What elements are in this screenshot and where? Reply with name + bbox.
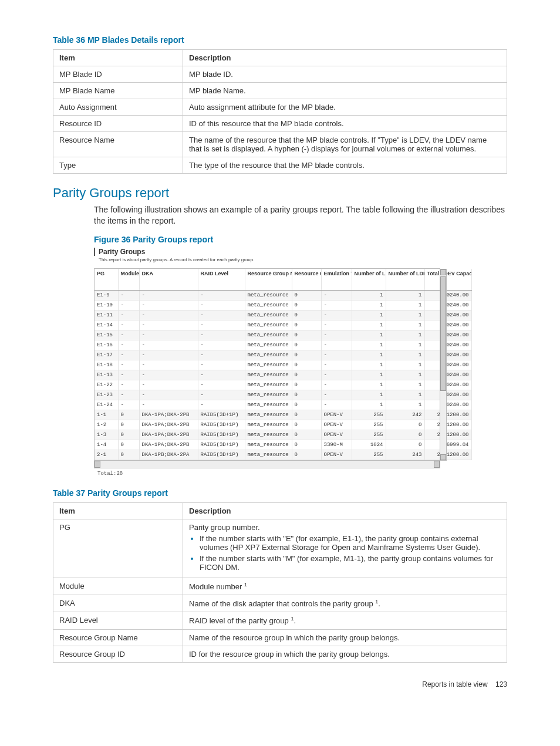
column-header: Description: [183, 502, 507, 519]
grid-row[interactable]: E1-18---meta_resource0-1110240.00: [95, 360, 471, 370]
grid-row[interactable]: E1-10---meta_resource0-1110240.00: [95, 300, 471, 310]
grid-column-header[interactable]: PG: [95, 269, 118, 291]
grid-row[interactable]: 1-40DKA-1PA;DKA-2PBRAID5(3D+1P)meta_reso…: [95, 440, 471, 450]
table36: ItemDescription MP Blade IDMP blade ID.M…: [53, 49, 507, 174]
table-row: TypeThe type of the resource that the MP…: [53, 157, 507, 174]
grid-row[interactable]: 1-10DKA-1PA;DKA-2PBRAID5(3D+1P)meta_reso…: [95, 410, 471, 420]
grid-column-header[interactable]: Module: [118, 269, 139, 291]
report-title: Parity Groups: [94, 248, 440, 256]
table-row: Resource Group NameName of the resource …: [53, 629, 507, 646]
vertical-scrollbar[interactable]: [440, 269, 447, 461]
table-row: Resource Group IDID for the resource gro…: [53, 646, 507, 662]
column-header: Item: [53, 502, 183, 519]
table-row: Resource IDID of this resource that the …: [53, 116, 507, 132]
grid-row[interactable]: E1-23---meta_resource0-1110240.00: [95, 390, 471, 400]
table-row: Resource NameThe name of the resource th…: [53, 132, 507, 157]
grid-column-header[interactable]: Number of LDEVs(Unallocated): [386, 269, 424, 291]
parity-groups-report: Parity Groups This report is about parit…: [94, 248, 440, 477]
table-row: MP Blade NameMP blade Name.: [53, 83, 507, 99]
section-heading: Parity Groups report: [53, 185, 507, 201]
grid-row[interactable]: E1-17---meta_resource0-1110240.00: [95, 350, 471, 360]
grid-row[interactable]: 1-20DKA-1PA;DKA-2PBRAID5(3D+1P)meta_reso…: [95, 420, 471, 430]
table-row: DKAName of the disk adapter that control…: [53, 595, 507, 612]
page-number: 123: [495, 680, 507, 688]
scroll-up-icon[interactable]: [440, 269, 446, 275]
grid-column-header[interactable]: Resource Group ID: [292, 269, 321, 291]
scroll-right-icon[interactable]: [434, 461, 440, 468]
horizontal-scrollbar[interactable]: [95, 460, 440, 468]
column-header: Item: [53, 50, 183, 66]
table37-title: Table 37 Parity Groups report: [53, 488, 507, 498]
grid-column-header[interactable]: RAID Level: [198, 269, 245, 291]
grid-column-header[interactable]: DKA: [139, 269, 198, 291]
grid-row[interactable]: E1-13---meta_resource0-1110240.00: [95, 370, 471, 380]
table-row: RAID LevelRAID level of the parity group…: [53, 612, 507, 629]
grid-row[interactable]: E1-16---meta_resource0-1110240.00: [95, 340, 471, 350]
grid-row[interactable]: E1-9---meta_resource0-1110240.00: [95, 290, 471, 300]
report-grid: PGModuleDKARAID LevelResource Group Name…: [95, 269, 472, 460]
table-row: ModuleModule number 1: [53, 578, 507, 595]
scroll-left-icon[interactable]: [95, 461, 100, 468]
table-row: PGParity group number.If the number star…: [53, 519, 507, 578]
grid-column-header[interactable]: Total LDEV Capacity(MB): [424, 269, 471, 291]
section-body: The following illustration shows an exam…: [94, 204, 507, 227]
grid-row[interactable]: E1-22---meta_resource0-1110240.00: [95, 380, 471, 390]
grid-column-header[interactable]: Emulation Type: [321, 269, 352, 291]
figure-caption: Figure 36 Parity Groups report: [94, 235, 507, 244]
table-row: MP Blade IDMP blade ID.: [53, 66, 507, 83]
grid-row[interactable]: E1-24---meta_resource0-1110240.00: [95, 400, 471, 410]
scroll-down-icon[interactable]: [440, 454, 446, 460]
grid-row[interactable]: E1-11---meta_resource0-1110240.00: [95, 310, 471, 320]
footer-label: Reports in table view: [422, 680, 487, 688]
table37: ItemDescription PGParity group number.If…: [53, 502, 507, 663]
grid-column-header[interactable]: Resource Group Name: [245, 269, 292, 291]
table-row: Auto AssignmentAuto assignment attribute…: [53, 99, 507, 116]
column-header: Description: [183, 50, 507, 66]
grid-row[interactable]: 1-30DKA-1PA;DKA-2PBRAID5(3D+1P)meta_reso…: [95, 430, 471, 440]
table36-title: Table 36 MP Blades Details report: [53, 35, 507, 45]
grid-row[interactable]: 2-10DKA-1PB;DKA-2PARAID5(3D+1P)meta_reso…: [95, 450, 471, 460]
report-subtitle: This report is about parity groups. A re…: [94, 257, 440, 262]
grid-row[interactable]: E1-14---meta_resource0-1110240.00: [95, 320, 471, 330]
grid-row[interactable]: E1-15---meta_resource0-1110240.00: [95, 330, 471, 340]
report-total: Total:28: [94, 468, 440, 477]
scroll-thumb[interactable]: [440, 276, 446, 391]
grid-column-header[interactable]: Number of LDEVs(Total): [352, 269, 386, 291]
page-footer: Reports in table view 123: [53, 680, 507, 688]
